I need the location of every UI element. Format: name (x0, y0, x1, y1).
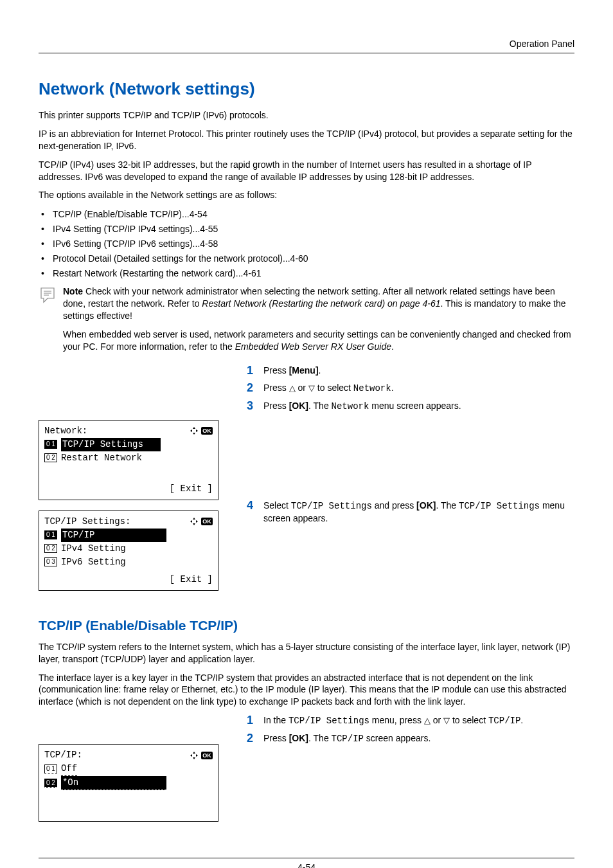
menu-name-mono: TCP/IP Settings (291, 501, 372, 511)
menu-name-mono: TCP/IP (488, 716, 520, 726)
note-icon (39, 285, 57, 359)
step-text: . The (436, 500, 459, 511)
lcd-item: IPv4 Setting (61, 542, 126, 556)
svg-text:OK: OK (202, 428, 211, 434)
section-title: TCP/IP (Enable/Disable TCP/IP) (39, 618, 574, 633)
step-text: to select (450, 715, 488, 725)
step-text: Press (263, 365, 289, 375)
lcd-item-number: 0 2 (44, 453, 57, 462)
steps-list-a4: 4 Select TCP/IP Settings and press [OK].… (247, 500, 574, 525)
option-item: Protocol Detail (Detailed settings for t… (41, 252, 574, 266)
header-section: Operation Panel (39, 39, 574, 49)
options-list: TCP/IP (Enable/Disable TCP/IP)...4-54 IP… (39, 208, 574, 280)
step-text: . The (308, 401, 332, 411)
menu-name-mono: Network (353, 383, 391, 393)
step-number: 2 (247, 382, 257, 395)
tcpip-paragraph: TCP/IP (IPv4) uses 32-bit IP addresses, … (39, 159, 574, 183)
lcd-title: Network: (44, 424, 87, 438)
lcd-exit: [ Exit ] (44, 573, 213, 586)
step-text: . The (308, 733, 332, 743)
note-p2-italic: Embedded Web Server RX User Guide (235, 341, 391, 352)
lcd-title: TCP/IP Settings: (44, 515, 130, 529)
note-p2b: . (391, 341, 394, 352)
down-triangle-icon: ▽ (443, 716, 450, 725)
down-triangle-icon: ▽ (308, 383, 315, 393)
lcd-item-number: 0 1 (44, 530, 57, 539)
note-label: Note (63, 286, 83, 296)
step-text: . (520, 715, 523, 725)
step-text: Press (263, 401, 289, 411)
up-triangle-icon: △ (424, 716, 431, 725)
step-text: and press (372, 500, 416, 511)
nav-ok-icon: OK (190, 426, 213, 435)
step-number: 3 (247, 400, 257, 413)
option-item: Restart Network (Restarting the network … (41, 267, 574, 280)
lcd-exit: [ Exit ] (44, 482, 213, 496)
step-number: 2 (247, 732, 257, 745)
step-text: . (319, 365, 321, 375)
steps-list-a: 1 Press [Menu]. 2 Press △ or ▽ to select… (247, 365, 574, 413)
tcpip-desc-2: The interface layer is a key layer in th… (39, 672, 574, 709)
step-text: Select (263, 500, 291, 511)
step-text: Press (263, 733, 289, 743)
ok-key: [OK] (289, 401, 308, 411)
step: 1 Press [Menu]. (247, 365, 574, 377)
lcd-title: TCP/IP: (44, 748, 82, 762)
lcd-selected-item: TCP/IP Settings (61, 438, 161, 451)
step-number: 4 (247, 500, 257, 525)
menu-key: [Menu] (289, 365, 319, 375)
intro-paragraph: This printer supports TCP/IP and TCP/IP … (39, 109, 574, 122)
tcpip-desc-1: The TCP/IP system refers to the Internet… (39, 641, 574, 665)
header-rule (39, 53, 574, 53)
lcd-item: Restart Network (61, 451, 142, 465)
ip-paragraph: IP is an abbreviation for Internet Proto… (39, 128, 574, 152)
step: 3 Press [OK]. The Network menu screen ap… (247, 400, 574, 413)
step-text: menu, press (369, 715, 424, 725)
step: 4 Select TCP/IP Settings and press [OK].… (247, 500, 574, 525)
up-triangle-icon: △ (289, 383, 296, 393)
step: 2 Press [OK]. The TCP/IP screen appears. (247, 732, 574, 745)
nav-ok-icon: OK (190, 751, 213, 760)
page-title: Network (Network settings) (39, 79, 574, 99)
options-lead: The options available in the Network set… (39, 189, 574, 201)
option-item: IPv6 Setting (TCP/IP IPv6 settings)...4-… (41, 237, 574, 251)
step-text: menu screen appears. (369, 401, 461, 411)
menu-name-mono: TCP/IP Settings (459, 501, 540, 511)
step-number: 1 (247, 365, 257, 377)
option-item: TCP/IP (Enable/Disable TCP/IP)...4-54 (41, 208, 574, 221)
step-text: Press (263, 383, 289, 393)
step: 2 Press △ or ▽ to select Network. (247, 382, 574, 395)
note-text: Note Check with your network administrat… (63, 285, 574, 359)
menu-name-mono: TCP/IP (332, 734, 364, 744)
page-number: 4-54 (39, 858, 574, 868)
option-item: IPv4 Setting (TCP/IP IPv4 settings)...4-… (41, 222, 574, 236)
svg-text:OK: OK (202, 752, 211, 759)
lcd-item-number: 0 2 (44, 779, 57, 788)
step-text: or (296, 383, 308, 393)
menu-name-mono: Network (332, 401, 369, 411)
step-text: . (391, 383, 394, 393)
lcd-item: Off (61, 762, 77, 776)
lcd-item-number: 0 2 (44, 544, 57, 553)
lcd-screen-tcpip: TCP/IP: OK 0 1Off 0 2*On (39, 744, 218, 822)
svg-text:OK: OK (202, 518, 211, 525)
nav-ok-icon: OK (190, 517, 213, 526)
step: 1 In the TCP/IP Settings menu, press △ o… (247, 714, 574, 727)
lcd-selected-item: *On (61, 776, 166, 790)
ok-key: [OK] (289, 733, 308, 743)
lcd-screen-tcpip-settings: TCP/IP Settings: OK 0 1TCP/IP 0 2IPv4 Se… (39, 511, 218, 591)
step-number: 1 (247, 714, 257, 727)
lcd-screen-network: Network: OK 0 1TCP/IP Settings 0 2Restar… (39, 420, 218, 500)
menu-name-mono: TCP/IP Settings (289, 716, 369, 726)
lcd-item: IPv6 Setting (61, 556, 126, 569)
step-text: to select (315, 383, 353, 393)
lcd-item-number: 0 1 (44, 440, 57, 449)
lcd-item-number: 0 1 (44, 764, 57, 773)
step-text: In the (263, 715, 289, 725)
steps-list-b: 1 In the TCP/IP Settings menu, press △ o… (247, 714, 574, 745)
note-block: Note Check with your network administrat… (39, 285, 574, 359)
lcd-selected-item: TCP/IP (61, 529, 166, 542)
ok-key: [OK] (416, 500, 436, 511)
step-text: or (431, 715, 443, 725)
note-p1-italic: Restart Network (Restarting the network … (202, 298, 440, 309)
